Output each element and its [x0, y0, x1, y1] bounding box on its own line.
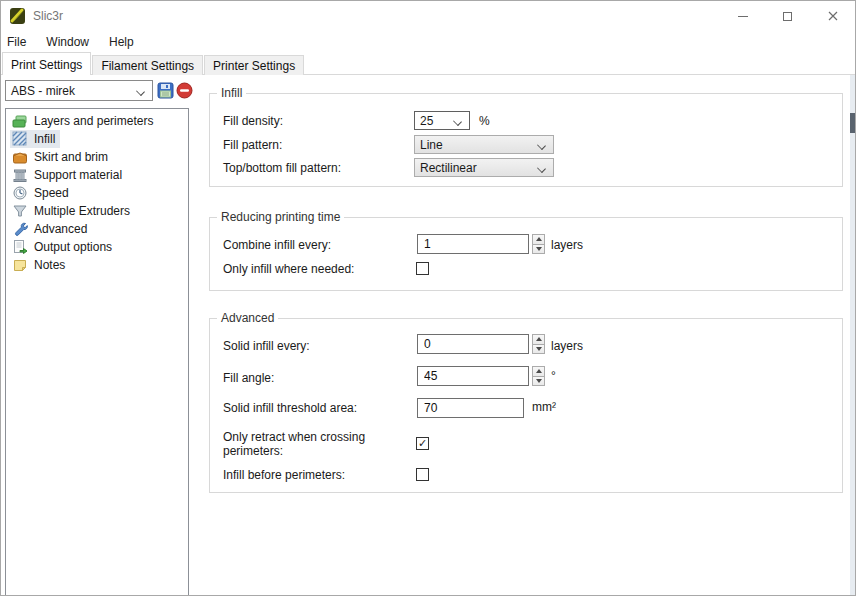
solid-infill-threshold-input[interactable]	[417, 398, 524, 418]
maximize-icon	[783, 12, 792, 21]
window-title: Slic3r	[33, 9, 63, 23]
sidebar-item-label: Support material	[34, 168, 122, 182]
sidebar-item-label: Output options	[34, 240, 112, 254]
extruders-icon	[12, 203, 28, 219]
fill-density-label: Fill density:	[223, 114, 283, 128]
sidebar-item-advanced[interactable]: Advanced	[10, 220, 92, 238]
spinner-down-button[interactable]	[532, 245, 545, 255]
sidebar-item-output-options[interactable]: Output options	[10, 238, 117, 256]
slic3r-logo-icon	[9, 7, 26, 25]
fill-pattern-value: Line	[420, 138, 538, 152]
fill-pattern-label: Fill pattern:	[223, 138, 282, 152]
tab-filament-settings[interactable]: Filament Settings	[92, 55, 203, 75]
settings-category-list: Layers and perimeters Infill Skirt and b…	[5, 108, 189, 596]
only-retract-checkbox[interactable]: ✓	[416, 437, 429, 450]
tab-print-settings[interactable]: Print Settings	[2, 52, 91, 75]
fill-density-unit: %	[479, 114, 490, 128]
spinner-up-button[interactable]	[532, 234, 545, 245]
spinner-down-button[interactable]	[532, 345, 545, 355]
sidebar-item-speed[interactable]: Speed	[10, 184, 74, 202]
preset-value: ABS - mirek	[11, 84, 137, 98]
skirt-icon	[12, 149, 28, 165]
sidebar-item-label: Advanced	[34, 222, 87, 236]
fill-density-combo[interactable]: 25	[414, 111, 470, 130]
group-title: Infill	[217, 86, 246, 100]
solid-infill-every-spinner	[532, 334, 545, 354]
scrollbar-thumb[interactable]	[850, 113, 855, 133]
arrow-down-icon	[536, 347, 542, 351]
only-infill-where-needed-checkbox[interactable]	[416, 262, 429, 275]
sidebar-item-support-material[interactable]: Support material	[10, 166, 127, 184]
chevron-down-icon	[137, 87, 145, 95]
speed-icon	[12, 185, 28, 201]
infill-icon	[12, 131, 28, 147]
close-button[interactable]	[810, 1, 855, 31]
spinner-up-button[interactable]	[532, 366, 545, 377]
sidebar-item-layers-and-perimeters[interactable]: Layers and perimeters	[10, 112, 158, 130]
spinner-up-button[interactable]	[532, 334, 545, 345]
slic3r-window: Slic3r File Window Help Print Settings	[0, 0, 856, 596]
infill-before-perimeters-label: Infill before perimeters:	[223, 468, 345, 482]
sidebar-item-label: Speed	[34, 186, 69, 200]
sidebar-item-infill[interactable]: Infill	[10, 130, 60, 148]
chevron-down-icon	[454, 117, 462, 125]
arrow-down-icon	[536, 379, 542, 383]
combine-infill-input[interactable]	[417, 234, 529, 254]
reducing-printing-time-group: Reducing printing time	[209, 217, 843, 291]
solid-infill-threshold-label: Solid infill threshold area:	[223, 401, 357, 415]
delete-preset-button[interactable]	[176, 82, 193, 99]
fill-angle-unit: °	[551, 369, 556, 383]
support-icon	[12, 167, 28, 183]
top-bottom-pattern-select[interactable]: Rectilinear	[414, 158, 554, 177]
title-bar[interactable]: Slic3r	[1, 1, 855, 31]
fill-angle-spinner	[532, 366, 545, 386]
fill-pattern-select[interactable]: Line	[414, 135, 554, 154]
sidebar-item-label: Infill	[34, 132, 55, 146]
sidebar-item-label: Multiple Extruders	[34, 204, 130, 218]
only-retract-label: Only retract when crossing perimeters:	[223, 430, 391, 458]
combine-infill-unit: layers	[551, 238, 583, 252]
chevron-down-icon	[538, 141, 546, 149]
output-icon	[12, 239, 28, 255]
only-infill-where-needed-label: Only infill where needed:	[223, 262, 354, 276]
arrow-up-icon	[536, 237, 542, 241]
group-title: Advanced	[217, 311, 278, 325]
solid-infill-threshold-unit: mm²	[532, 400, 556, 414]
minimize-button[interactable]	[720, 1, 765, 31]
sidebar-item-multiple-extruders[interactable]: Multiple Extruders	[10, 202, 135, 220]
chevron-down-icon	[538, 164, 546, 172]
sidebar-item-skirt-and-brim[interactable]: Skirt and brim	[10, 148, 113, 166]
sidebar-item-label: Layers and perimeters	[34, 114, 153, 128]
infill-before-perimeters-checkbox[interactable]	[416, 468, 429, 481]
combine-infill-label: Combine infill every:	[223, 238, 331, 252]
sidebar-item-label: Skirt and brim	[34, 150, 108, 164]
checkmark-icon: ✓	[418, 438, 427, 449]
maximize-button[interactable]	[765, 1, 810, 31]
solid-infill-every-input[interactable]	[417, 334, 529, 354]
menu-item-window[interactable]: Window	[46, 33, 99, 51]
save-icon	[157, 82, 174, 99]
minimize-icon	[738, 16, 748, 17]
solid-infill-every-label: Solid infill every:	[223, 339, 310, 353]
tab-printer-settings[interactable]: Printer Settings	[204, 55, 304, 75]
menu-item-file[interactable]: File	[7, 33, 36, 51]
spinner-down-button[interactable]	[532, 377, 545, 387]
arrow-down-icon	[536, 247, 542, 251]
combine-infill-spinner	[532, 234, 545, 254]
vertical-scrollbar[interactable]	[850, 75, 855, 596]
top-bottom-pattern-value: Rectilinear	[420, 161, 538, 175]
tab-bar: Print Settings Filament Settings Printer…	[1, 53, 855, 75]
save-preset-button[interactable]	[157, 82, 174, 99]
window-controls	[720, 1, 855, 31]
fill-angle-input[interactable]	[417, 366, 529, 386]
fill-density-value: 25	[420, 114, 454, 128]
sidebar-item-notes[interactable]: Notes	[10, 256, 70, 274]
preset-select[interactable]: ABS - mirek	[5, 80, 153, 101]
menu-item-help[interactable]: Help	[109, 33, 144, 51]
sidebar-item-label: Notes	[34, 258, 65, 272]
delete-icon	[176, 82, 193, 99]
group-title: Reducing printing time	[217, 210, 344, 224]
close-icon	[828, 11, 838, 21]
top-bottom-pattern-label: Top/bottom fill pattern:	[223, 161, 341, 175]
wrench-icon	[12, 221, 28, 237]
